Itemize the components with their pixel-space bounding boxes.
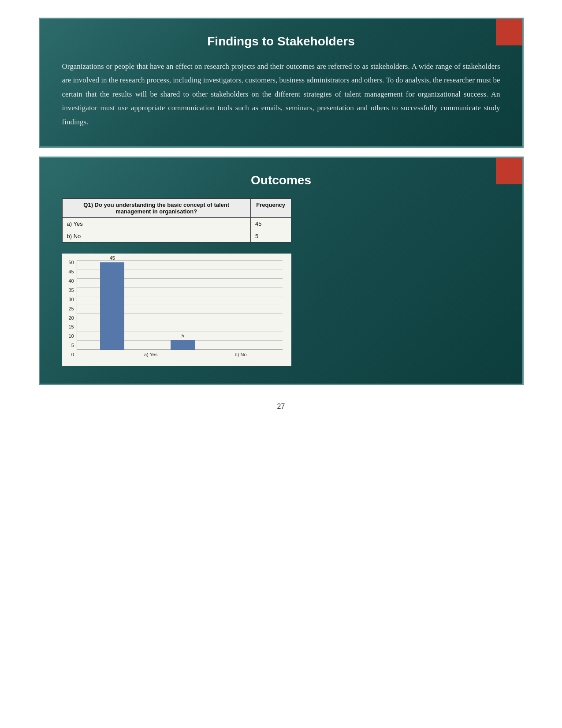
table-cell-value: 5 bbox=[250, 230, 291, 243]
y-axis: 50454035302520151050 bbox=[69, 260, 77, 357]
y-axis-label: 30 bbox=[69, 297, 74, 302]
page-number: 27 bbox=[277, 403, 285, 411]
y-axis-label: 40 bbox=[69, 279, 74, 284]
bar-rect bbox=[100, 262, 124, 350]
findings-section: Findings to Stakeholders Organizations o… bbox=[39, 18, 524, 148]
y-axis-label: 20 bbox=[69, 316, 74, 321]
y-axis-label: 45 bbox=[69, 269, 74, 274]
y-axis-label: 25 bbox=[69, 306, 74, 311]
bar-value-label: 45 bbox=[110, 255, 115, 261]
outcomes-title: Outcomes bbox=[62, 173, 500, 187]
table-header-question: Q1) Do you understanding the basic conce… bbox=[62, 199, 250, 218]
y-axis-label: 35 bbox=[69, 288, 74, 293]
y-axis-label: 50 bbox=[69, 260, 74, 265]
y-axis-label: 5 bbox=[71, 343, 74, 348]
y-axis-label: 15 bbox=[69, 325, 74, 329]
outcomes-table: Q1) Do you understanding the basic conce… bbox=[62, 198, 291, 243]
x-axis-label: b) No bbox=[229, 352, 253, 357]
table-header-frequency: Frequency bbox=[250, 199, 291, 218]
y-axis-label: 0 bbox=[71, 352, 74, 357]
table-cell-option: b) No bbox=[62, 230, 250, 243]
chart-area: 455 bbox=[77, 260, 283, 350]
table-cell-value: 45 bbox=[250, 218, 291, 230]
page-content: Findings to Stakeholders Organizations o… bbox=[39, 18, 524, 385]
y-axis-label: 10 bbox=[69, 334, 74, 339]
corner-accent-findings bbox=[496, 19, 522, 45]
chart-container: 50454035302520151050 455 a) Yesb) No bbox=[62, 254, 291, 366]
corner-accent-outcomes bbox=[496, 158, 522, 184]
x-labels: a) Yesb) No bbox=[93, 350, 283, 357]
x-axis-label: a) Yes bbox=[139, 352, 163, 357]
findings-title: Findings to Stakeholders bbox=[62, 34, 500, 49]
findings-body: Organizations or people that have an eff… bbox=[62, 60, 500, 129]
outcomes-section: Outcomes Q1) Do you understanding the ba… bbox=[39, 157, 524, 385]
bars-container: 455 bbox=[77, 260, 283, 350]
bar-rect bbox=[171, 340, 195, 350]
table-cell-option: a) Yes bbox=[62, 218, 250, 230]
bar-value-label: 5 bbox=[182, 333, 184, 338]
